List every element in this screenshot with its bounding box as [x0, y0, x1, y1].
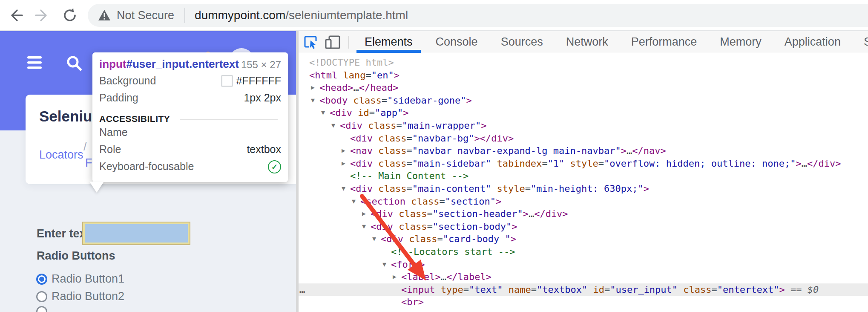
url-text[interactable]: dummypoint.com/seleniumtemplate.html: [195, 9, 408, 22]
radio-partial[interactable]: [36, 306, 52, 312]
radio-unselected-icon[interactable]: [36, 291, 47, 302]
expand-arrow-open-icon[interactable]: ▼: [362, 220, 366, 233]
breadcrumb-separator: /: [83, 140, 87, 153]
tooltip-row-label: Padding: [99, 92, 138, 104]
code-token-pn: =: [437, 234, 443, 244]
line-options-dots[interactable]: …: [299, 283, 305, 296]
devtools-pane: ElementsConsoleSourcesNetworkPerformance…: [299, 31, 868, 312]
expand-arrow-open-icon[interactable]: ▼: [331, 119, 335, 132]
dom-tree-line[interactable]: <html lang="en">: [299, 69, 868, 82]
dom-tree-line[interactable]: ▶<head>…</head>: [299, 81, 868, 94]
tab-network[interactable]: Network: [555, 31, 620, 53]
dom-tree-line[interactable]: ▼<body class="sidebar-gone">: [299, 94, 868, 107]
url-bar[interactable]: Not Secure dummypoint.com/seleniumtempla…: [88, 4, 868, 27]
devtools-tabs: ElementsConsoleSourcesNetworkPerformance…: [353, 31, 868, 53]
dom-tree-line[interactable]: ▶<div class="section-header">…</div>: [299, 208, 868, 220]
dom-tree-line[interactable]: ▼<section class="section">: [299, 195, 868, 208]
code-token-pn: =: [382, 95, 387, 106]
code-token-tg: >: [796, 158, 801, 169]
dom-tree-line[interactable]: ▼<div class="section-body">: [299, 220, 868, 233]
tab-sources[interactable]: Sources: [489, 31, 555, 53]
code-token-tg: >: [481, 120, 486, 131]
tab-security[interactable]: Security: [852, 31, 868, 53]
code-token-at: tabindex: [491, 158, 542, 169]
dom-tree-line[interactable]: <!--Locators start -->: [299, 246, 868, 258]
expand-arrow-closed-icon[interactable]: ▶: [393, 271, 397, 283]
security-chip[interactable]: Not Secure: [98, 9, 174, 22]
code-token-pn: …: [529, 208, 534, 219]
text-input-highlighted[interactable]: [83, 222, 190, 244]
back-button[interactable]: [6, 6, 25, 25]
radio-selected-icon[interactable]: [36, 274, 47, 285]
dom-tree-line[interactable]: <!DOCTYPE html>: [299, 56, 868, 69]
code-token-vl: "text": [469, 284, 503, 295]
code-token-tg: <section: [360, 196, 405, 207]
tooltip-row: Background#FFFFFF: [99, 75, 281, 92]
radio-label: Radio Button2: [52, 290, 124, 303]
code-token-tg: <div: [371, 208, 393, 219]
radio-option[interactable]: Radio Button1: [36, 272, 124, 286]
code-token-vl: "main-sidebar": [412, 158, 491, 169]
code-token-pn: =: [396, 120, 402, 131]
expand-arrow-open-icon[interactable]: ▼: [321, 107, 325, 119]
expand-arrow-open-icon[interactable]: ▼: [311, 94, 315, 107]
tooltip-row-label: Role: [99, 143, 121, 156]
expand-arrow-closed-icon[interactable]: ▶: [342, 144, 345, 157]
screenshot-stage: Not Secure dummypoint.com/seleniumtempla…: [0, 0, 868, 312]
tab-memory[interactable]: Memory: [708, 31, 773, 53]
tab-console[interactable]: Console: [424, 31, 489, 53]
dom-tree-line[interactable]: ▼<div id="app">: [299, 107, 868, 119]
dom-tree-line[interactable]: ▼<div class="main-content" style="min-he…: [299, 182, 868, 195]
dom-tree-line[interactable]: ▼<div class="card-body ">: [299, 233, 868, 246]
dom-tree-line[interactable]: ▼<div class="main-wrapper">: [299, 119, 868, 132]
code-token-cm: <!--Locators start -->: [391, 246, 515, 257]
code-token-vl: "1": [548, 158, 565, 169]
code-token-tg: >: [779, 284, 785, 295]
url-domain: dummypoint.com: [195, 9, 285, 22]
expand-arrow-open-icon[interactable]: ▼: [342, 182, 345, 195]
code-token-vl: "user_input": [610, 284, 678, 295]
expand-arrow-open-icon[interactable]: ▼: [352, 195, 356, 208]
code-token-at: name: [503, 284, 531, 295]
enter-text-label: Enter text: [37, 227, 90, 240]
dom-tree-line[interactable]: ▶<label>…</label>: [299, 271, 868, 283]
radio-circle-partial[interactable]: [36, 306, 47, 312]
code-token-tg: >: [466, 95, 471, 106]
code-token-tg: ></div>: [474, 133, 514, 144]
expand-arrow-closed-icon[interactable]: ▶: [342, 157, 345, 170]
dom-tree-line[interactable]: <!-- Main Content -->: [299, 170, 868, 182]
code-token-pn: =: [406, 183, 412, 194]
tooltip-row-value: #FFFFFF: [221, 75, 281, 87]
code-token-tg: <div: [330, 107, 352, 118]
search-button[interactable]: [66, 55, 83, 74]
code-token-vl: "app": [375, 107, 403, 118]
device-toolbar-button[interactable]: [325, 35, 340, 51]
code-token-at: class: [678, 284, 711, 295]
tooltip-row-value: ✓: [268, 160, 281, 173]
radio-option[interactable]: Radio Button2: [36, 290, 124, 303]
tab-elements[interactable]: Elements: [353, 31, 424, 53]
dom-tree-line-selected[interactable]: …<input type="text" name="textbox" id="u…: [299, 283, 868, 296]
dom-tree-line[interactable]: ▶<nav class="navbar navbar-expand-lg mai…: [299, 144, 868, 157]
hamburger-menu-button[interactable]: [27, 56, 42, 71]
code-token-pn: =: [427, 208, 432, 219]
expand-arrow-closed-icon[interactable]: ▶: [362, 208, 366, 220]
devtools-split-divider[interactable]: [296, 31, 299, 312]
expand-arrow-closed-icon[interactable]: ▶: [311, 81, 315, 94]
forward-button[interactable]: [33, 6, 52, 25]
tooltip-row-label: Name: [99, 126, 128, 139]
dom-tree-line[interactable]: ▶<div class="main-sidebar" tabindex="1" …: [299, 157, 868, 170]
code-token-tg: >: [621, 145, 627, 156]
dom-tree-line[interactable]: <br>: [299, 296, 868, 309]
expand-arrow-open-icon[interactable]: ▼: [382, 258, 386, 271]
tab-performance[interactable]: Performance: [620, 31, 709, 53]
expand-arrow-open-icon[interactable]: ▼: [372, 233, 376, 246]
tab-application[interactable]: Application: [773, 31, 852, 53]
breadcrumb-locators[interactable]: Locators: [39, 148, 83, 162]
inspect-element-button[interactable]: [304, 35, 318, 51]
reload-button[interactable]: [60, 6, 79, 25]
code-token-vl: "entertext": [717, 284, 779, 295]
dom-tree-line[interactable]: ▼<form>: [299, 258, 868, 271]
devtools-toolbar: ElementsConsoleSourcesNetworkPerformance…: [299, 31, 868, 53]
dom-tree-line[interactable]: <div class="navbar-bg"></div>: [299, 132, 868, 145]
